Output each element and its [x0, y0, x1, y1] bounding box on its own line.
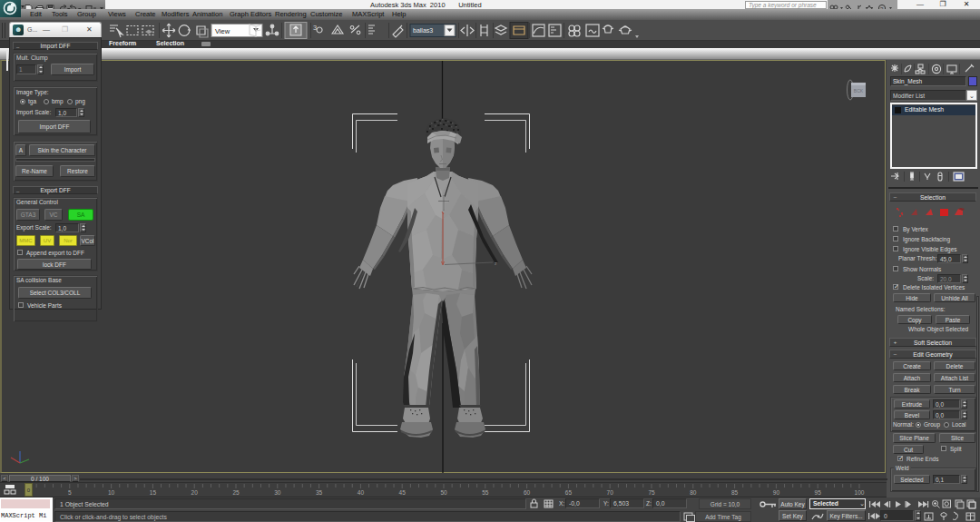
- svg-text:10: 10: [108, 489, 115, 496]
- svg-text:5: 5: [68, 489, 72, 496]
- svg-text:100: 100: [855, 489, 865, 496]
- svg-text:15: 15: [150, 489, 157, 496]
- svg-text:30: 30: [274, 489, 281, 496]
- svg-text:60: 60: [524, 489, 531, 496]
- svg-text:70: 70: [607, 489, 614, 496]
- svg-text:45: 45: [399, 489, 407, 496]
- svg-text:90: 90: [773, 489, 780, 496]
- svg-text:65: 65: [565, 489, 573, 496]
- svg-text:85: 85: [731, 489, 739, 496]
- svg-text:55: 55: [482, 489, 489, 496]
- svg-text:View: View: [215, 27, 230, 35]
- svg-text:3: 3: [313, 24, 317, 32]
- svg-text:20: 20: [191, 489, 199, 496]
- svg-text:25: 25: [232, 489, 240, 496]
- svg-text:BCK: BCK: [854, 88, 864, 94]
- svg-text:95: 95: [815, 489, 822, 496]
- svg-text:50: 50: [440, 489, 447, 496]
- svg-text:75: 75: [648, 489, 655, 496]
- svg-text:40: 40: [358, 489, 365, 496]
- svg-text:35: 35: [316, 489, 323, 496]
- svg-text:ballas3: ballas3: [413, 27, 433, 34]
- svg-text:80: 80: [690, 489, 697, 496]
